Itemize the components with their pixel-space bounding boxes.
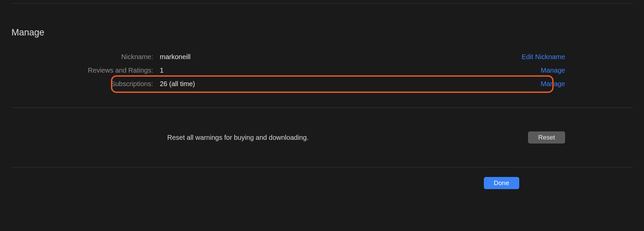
subscriptions-manage-link[interactable]: Manage: [541, 80, 633, 88]
nickname-value: markoneill: [160, 53, 522, 61]
reset-section: Reset all warnings for buying and downlo…: [11, 108, 633, 167]
subscriptions-value: 26 (all time): [160, 80, 541, 88]
nickname-label: Nickname:: [11, 53, 160, 61]
reset-warnings-text: Reset all warnings for buying and downlo…: [167, 134, 528, 142]
reviews-value: 1: [160, 67, 541, 74]
reset-button[interactable]: Reset: [528, 131, 565, 144]
done-button[interactable]: Done: [484, 177, 519, 189]
subscriptions-label: Subscriptions:: [11, 80, 160, 88]
manage-rows: Nickname: markoneill Edit Nickname Revie…: [11, 50, 633, 91]
nickname-row: Nickname: markoneill Edit Nickname: [11, 50, 633, 63]
reviews-row: Reviews and Ratings: 1 Manage: [11, 63, 633, 77]
section-title: Manage: [11, 27, 633, 38]
top-divider: [11, 3, 633, 4]
footer: Done: [11, 168, 633, 199]
edit-nickname-link[interactable]: Edit Nickname: [522, 53, 633, 61]
reviews-label: Reviews and Ratings:: [11, 67, 160, 74]
subscriptions-row: Subscriptions: 26 (all time) Manage: [11, 77, 633, 91]
reviews-manage-link[interactable]: Manage: [541, 67, 633, 74]
